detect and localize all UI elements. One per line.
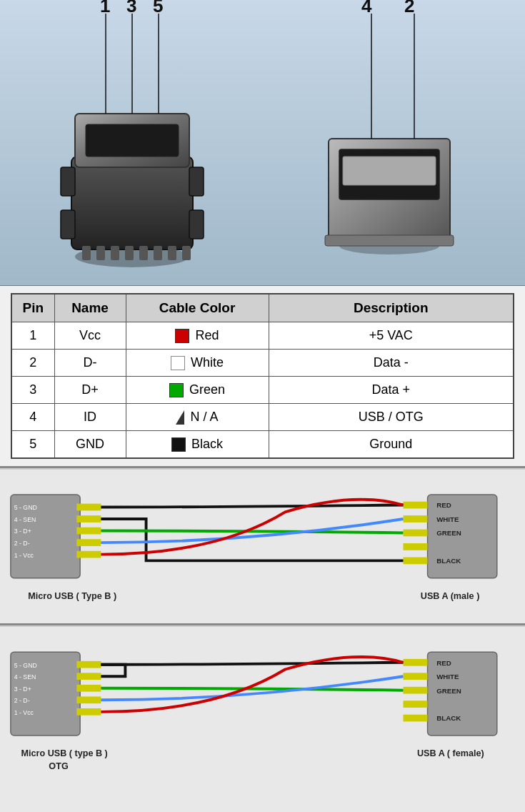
svg-rect-3 (61, 167, 75, 196)
pin-table-section: Pin Name Cable Color Description 1VccRed… (0, 286, 525, 466)
svg-text:RED: RED (436, 501, 451, 509)
svg-rect-19 (139, 246, 148, 260)
svg-text:WHITE: WHITE (436, 673, 459, 680)
table-row: 4IDN / AUSB / OTG (11, 404, 514, 431)
diagram2-section: 5 - GND 4 - SEN 3 - D+ 2 - D- 1 - Vcc RE… (0, 625, 525, 791)
svg-text:1: 1 (100, 0, 110, 16)
svg-text:2 - D-: 2 - D- (14, 697, 30, 704)
svg-rect-6 (189, 210, 204, 239)
svg-rect-58 (76, 708, 101, 716)
svg-rect-17 (111, 246, 119, 260)
cell-name: D- (54, 350, 126, 377)
svg-rect-26 (343, 157, 436, 185)
svg-rect-21 (168, 246, 176, 260)
svg-text:1 - Vcc: 1 - Vcc (14, 709, 34, 716)
svg-text:BLACK: BLACK (436, 714, 461, 722)
svg-rect-33 (76, 504, 101, 511)
svg-text:3: 3 (126, 0, 136, 16)
diagram1-left-label: Micro USB ( Type B ) (28, 591, 116, 601)
svg-rect-27 (325, 235, 454, 246)
svg-rect-55 (76, 673, 101, 680)
connector-photo-svg: 1 3 5 4 2 (0, 0, 525, 285)
svg-rect-67 (403, 687, 427, 694)
svg-rect-20 (154, 246, 162, 260)
cell-description: USB / OTG (269, 404, 514, 431)
svg-rect-35 (76, 528, 101, 535)
table-header-row: Pin Name Cable Color Description (11, 294, 514, 322)
cell-color: N / A (126, 404, 269, 431)
col-header-name: Name (54, 294, 126, 322)
svg-rect-36 (76, 539, 101, 546)
col-header-desc: Description (269, 294, 514, 322)
svg-rect-18 (125, 246, 134, 260)
diagram1-right-label: USB A (male ) (421, 591, 480, 601)
svg-rect-34 (76, 515, 101, 523)
svg-rect-47 (403, 543, 427, 550)
svg-text:GREEN: GREEN (436, 529, 461, 537)
diagram2-svg: 5 - GND 4 - SEN 3 - D+ 2 - D- 1 - Vcc RE… (7, 633, 518, 783)
table-row: 1VccRed+5 VAC (11, 322, 514, 350)
svg-text:3 - D+: 3 - D+ (14, 528, 31, 535)
svg-text:5 - GND: 5 - GND (14, 662, 37, 669)
svg-rect-48 (403, 558, 427, 565)
svg-rect-57 (76, 696, 101, 703)
svg-text:WHITE: WHITE (436, 515, 459, 523)
photo-section: 1 3 5 4 2 (0, 0, 525, 286)
col-header-pin: Pin (11, 294, 54, 322)
cell-description: +5 VAC (269, 322, 514, 350)
svg-rect-16 (96, 246, 105, 260)
cell-pin: 5 (11, 431, 54, 459)
cell-pin: 1 (11, 322, 54, 350)
cell-description: Ground (269, 431, 514, 459)
cell-pin: 3 (11, 377, 54, 404)
svg-rect-68 (403, 700, 427, 708)
svg-rect-15 (82, 246, 91, 260)
svg-rect-22 (182, 246, 191, 260)
svg-rect-46 (403, 530, 427, 537)
cell-color: White (126, 350, 269, 377)
svg-rect-65 (403, 659, 427, 666)
svg-text:BLACK: BLACK (436, 557, 461, 565)
svg-rect-56 (76, 685, 101, 692)
col-header-color: Cable Color (126, 294, 269, 322)
svg-text:GREEN: GREEN (436, 687, 461, 695)
svg-rect-54 (76, 661, 101, 668)
svg-rect-37 (76, 551, 101, 558)
cell-name: Vcc (54, 322, 126, 350)
svg-text:1 - Vcc: 1 - Vcc (14, 552, 34, 559)
svg-rect-44 (403, 502, 427, 509)
table-row: 5GNDBlackGround (11, 431, 514, 459)
diagram2-left-label: Micro USB ( type B ) (21, 748, 107, 758)
cell-description: Data + (269, 377, 514, 404)
svg-rect-5 (189, 167, 204, 196)
cell-color: Green (126, 377, 269, 404)
diagram2-left-sublabel: OTG (49, 761, 69, 771)
cell-pin: 4 (11, 404, 54, 431)
svg-rect-45 (403, 515, 427, 523)
svg-text:5: 5 (153, 0, 163, 16)
svg-text:2: 2 (404, 0, 414, 16)
cell-color: Black (126, 431, 269, 459)
svg-rect-2 (71, 157, 193, 249)
svg-text:RED: RED (436, 659, 451, 667)
diagram1-svg: 5 - GND 4 - SEN 3 - D+ 2 - D- 1 - Vcc RE… (7, 475, 518, 615)
cell-name: ID (54, 404, 126, 431)
table-row: 2D-WhiteData - (11, 350, 514, 377)
svg-text:4 - SEN: 4 - SEN (14, 673, 36, 680)
svg-text:2 - D-: 2 - D- (14, 540, 30, 547)
svg-rect-69 (403, 715, 427, 722)
table-row: 3D+GreenData + (11, 377, 514, 404)
cell-pin: 2 (11, 350, 54, 377)
cell-description: Data - (269, 350, 514, 377)
svg-rect-66 (403, 673, 427, 680)
svg-text:3 - D+: 3 - D+ (14, 685, 31, 693)
svg-text:4 - SEN: 4 - SEN (14, 516, 36, 523)
diagram2-right-label: USB A ( female) (417, 748, 484, 758)
diagram1-section: 5 - GND 4 - SEN 3 - D+ 2 - D- 1 - Vcc RE… (0, 468, 525, 623)
cell-name: D+ (54, 377, 126, 404)
svg-text:4: 4 (361, 0, 372, 16)
cell-color: Red (126, 322, 269, 350)
cell-name: GND (54, 431, 126, 459)
pin-table: Pin Name Cable Color Description 1VccRed… (11, 293, 514, 459)
svg-rect-4 (61, 210, 75, 239)
